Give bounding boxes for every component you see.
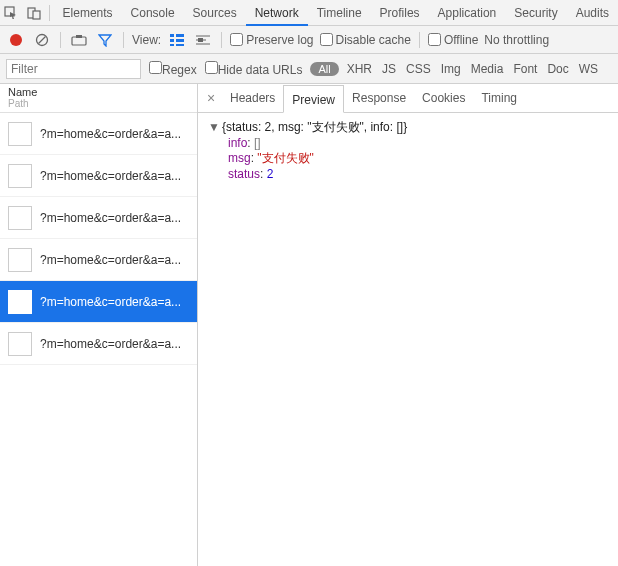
svg-rect-8 — [176, 34, 184, 37]
response-field-info[interactable]: info: [] — [208, 136, 608, 150]
filter-type-xhr[interactable]: XHR — [347, 62, 372, 76]
close-icon[interactable]: × — [202, 89, 220, 107]
svg-rect-7 — [170, 34, 174, 37]
filter-type-ws[interactable]: WS — [579, 62, 598, 76]
expand-icon[interactable]: ▼ — [208, 120, 220, 134]
filter-type-media[interactable]: Media — [471, 62, 504, 76]
large-rows-icon[interactable] — [167, 30, 187, 50]
throttling-select[interactable]: No throttling — [484, 33, 549, 47]
subtab-response[interactable]: Response — [344, 84, 414, 112]
capture-screenshots-icon[interactable] — [69, 30, 89, 50]
subtab-headers[interactable]: Headers — [222, 84, 283, 112]
request-thumb — [8, 122, 32, 146]
response-field-msg[interactable]: msg: "支付失败" — [208, 150, 608, 167]
response-field-status[interactable]: status: 2 — [208, 167, 608, 181]
request-label: ?m=home&c=order&a=a... — [40, 295, 189, 309]
subtab-preview[interactable]: Preview — [283, 85, 344, 113]
preserve-log-checkbox[interactable]: Preserve log — [230, 33, 313, 47]
subtab-cookies[interactable]: Cookies — [414, 84, 473, 112]
request-thumb — [8, 290, 32, 314]
device-toggle-icon[interactable] — [22, 0, 44, 26]
request-thumb — [8, 332, 32, 356]
svg-rect-16 — [198, 38, 203, 42]
request-list: Name Path ?m=home&c=order&a=a...?m=home&… — [0, 84, 198, 566]
request-row[interactable]: ?m=home&c=order&a=a... — [0, 113, 197, 155]
separator — [60, 32, 61, 48]
separator — [49, 5, 50, 21]
tab-sources[interactable]: Sources — [184, 0, 246, 26]
filter-icon[interactable] — [95, 30, 115, 50]
request-thumb — [8, 206, 32, 230]
view-label: View: — [132, 33, 161, 47]
filter-type-js[interactable]: JS — [382, 62, 396, 76]
filter-input[interactable] — [6, 59, 141, 79]
request-row[interactable]: ?m=home&c=order&a=a... — [0, 281, 197, 323]
filter-type-css[interactable]: CSS — [406, 62, 431, 76]
tab-security[interactable]: Security — [505, 0, 566, 26]
regex-checkbox[interactable]: Regex — [149, 61, 197, 77]
request-row[interactable]: ?m=home&c=order&a=a... — [0, 197, 197, 239]
hide-data-urls-checkbox[interactable]: Hide data URLs — [205, 61, 303, 77]
filter-all[interactable]: All — [310, 62, 338, 76]
filter-type-img[interactable]: Img — [441, 62, 461, 76]
request-label: ?m=home&c=order&a=a... — [40, 211, 189, 225]
filter-type-doc[interactable]: Doc — [547, 62, 568, 76]
svg-rect-9 — [170, 39, 174, 42]
tab-audits[interactable]: Audits — [567, 0, 618, 26]
tab-application[interactable]: Application — [429, 0, 506, 26]
tab-elements[interactable]: Elements — [54, 0, 122, 26]
svg-line-4 — [39, 36, 46, 43]
request-row[interactable]: ?m=home&c=order&a=a... — [0, 239, 197, 281]
svg-rect-11 — [170, 44, 174, 46]
tab-network[interactable]: Network — [246, 0, 308, 26]
disable-cache-checkbox[interactable]: Disable cache — [320, 33, 411, 47]
svg-rect-5 — [72, 37, 86, 45]
request-row[interactable]: ?m=home&c=order&a=a... — [0, 155, 197, 197]
subtab-timing[interactable]: Timing — [473, 84, 525, 112]
clear-button[interactable] — [32, 30, 52, 50]
request-label: ?m=home&c=order&a=a... — [40, 127, 189, 141]
svg-rect-2 — [33, 11, 40, 19]
offline-checkbox[interactable]: Offline — [428, 33, 478, 47]
response-summary[interactable]: {status: 2, msg: "支付失败", info: []} — [222, 120, 407, 134]
request-thumb — [8, 164, 32, 188]
tab-timeline[interactable]: Timeline — [308, 0, 371, 26]
svg-rect-6 — [76, 35, 82, 38]
request-label: ?m=home&c=order&a=a... — [40, 169, 189, 183]
filter-type-font[interactable]: Font — [513, 62, 537, 76]
request-row[interactable]: ?m=home&c=order&a=a... — [0, 323, 197, 365]
request-label: ?m=home&c=order&a=a... — [40, 337, 189, 351]
tab-console[interactable]: Console — [122, 0, 184, 26]
request-label: ?m=home&c=order&a=a... — [40, 253, 189, 267]
list-header[interactable]: Name Path — [0, 84, 197, 113]
tab-profiles[interactable]: Profiles — [371, 0, 429, 26]
request-thumb — [8, 248, 32, 272]
svg-rect-12 — [176, 44, 184, 46]
svg-rect-10 — [176, 39, 184, 42]
overview-icon[interactable] — [193, 30, 213, 50]
separator — [221, 32, 222, 48]
inspect-element-icon[interactable] — [0, 0, 22, 26]
preview-panel: ▼{status: 2, msg: "支付失败", info: []} info… — [198, 113, 618, 566]
separator — [123, 32, 124, 48]
record-button[interactable] — [6, 30, 26, 50]
separator — [419, 32, 420, 48]
